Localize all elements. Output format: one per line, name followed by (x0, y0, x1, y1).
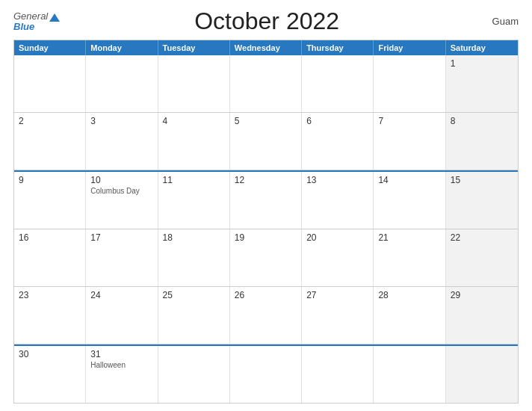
calendar-cell-r2c2: 11 (158, 172, 230, 229)
calendar-cell-r2c4: 13 (302, 172, 374, 229)
day-number: 3 (90, 116, 152, 126)
calendar-cell-r4c0: 23 (14, 287, 86, 344)
day-number: 18 (163, 232, 225, 243)
calendar-cell-r0c2 (158, 55, 230, 112)
calendar-cell-r3c6: 22 (446, 229, 518, 286)
day-number: 22 (451, 232, 513, 243)
day-number: 23 (19, 290, 81, 300)
day-number: 27 (306, 290, 368, 300)
calendar-cell-r4c4: 27 (302, 287, 374, 344)
header-day-tuesday: Tuesday (158, 40, 230, 55)
day-number: 5 (235, 116, 297, 126)
calendar-cell-r4c5: 28 (374, 287, 445, 344)
day-number: 19 (235, 232, 297, 243)
day-number: 7 (378, 116, 440, 126)
region-label: Guam (474, 16, 519, 27)
day-number: 20 (306, 232, 368, 243)
calendar-cell-r1c4: 6 (302, 113, 374, 170)
calendar-cell-r3c2: 18 (158, 229, 230, 286)
day-number: 24 (90, 290, 152, 300)
calendar-title: October 2022 (60, 7, 474, 35)
calendar-cell-r0c5 (374, 55, 445, 112)
calendar-cell-r2c3: 12 (230, 172, 302, 229)
day-number: 11 (163, 175, 225, 185)
logo: General Blue (13, 11, 60, 31)
calendar-cell-r0c6: 1 (446, 55, 518, 112)
calendar-cell-r2c5: 14 (374, 172, 445, 229)
calendar-row-2: 910Columbus Day1112131415 (14, 170, 518, 229)
calendar-header-row: SundayMondayTuesdayWednesdayThursdayFrid… (14, 40, 518, 55)
calendar-cell-r0c0 (14, 55, 86, 112)
calendar-cell-r5c5 (374, 346, 445, 403)
logo-general-text: General (13, 11, 60, 21)
calendar-cell-r4c6: 29 (446, 287, 518, 344)
calendar-page: General Blue October 2022 Guam SundayMon… (0, 0, 532, 411)
calendar-row-0: 1 (14, 55, 518, 113)
calendar-row-4: 23242526272829 (14, 287, 518, 344)
calendar-cell-r3c4: 20 (302, 229, 374, 286)
event-label: Halloween (90, 361, 152, 369)
calendar-cell-r5c3 (230, 346, 302, 403)
calendar-cell-r4c2: 25 (158, 287, 230, 344)
event-label: Columbus Day (90, 187, 152, 195)
day-number: 6 (306, 116, 368, 126)
calendar-cell-r2c1: 10Columbus Day (86, 172, 158, 229)
day-number: 31 (90, 349, 152, 359)
day-number: 15 (451, 175, 513, 185)
day-number: 12 (235, 175, 297, 185)
calendar-cell-r4c1: 24 (86, 287, 158, 344)
day-number: 30 (19, 349, 81, 359)
page-header: General Blue October 2022 Guam (13, 7, 519, 35)
header-day-saturday: Saturday (446, 40, 518, 55)
calendar-row-5: 3031Halloween (14, 344, 518, 403)
calendar-cell-r1c3: 5 (230, 113, 302, 170)
header-day-monday: Monday (86, 40, 158, 55)
calendar-cell-r5c4 (302, 346, 374, 403)
calendar-cell-r5c6 (446, 346, 518, 403)
day-number: 1 (451, 58, 513, 69)
calendar-row-3: 16171819202122 (14, 229, 518, 287)
day-number: 21 (378, 232, 440, 243)
calendar-cell-r1c2: 4 (158, 113, 230, 170)
header-day-sunday: Sunday (14, 40, 86, 55)
calendar-cell-r1c5: 7 (374, 113, 445, 170)
calendar-cell-r0c4 (302, 55, 374, 112)
day-number: 16 (19, 232, 81, 243)
calendar-cell-r3c5: 21 (374, 229, 445, 286)
header-day-wednesday: Wednesday (230, 40, 302, 55)
calendar-cell-r3c1: 17 (86, 229, 158, 286)
header-day-thursday: Thursday (302, 40, 374, 55)
calendar-cell-r1c6: 8 (446, 113, 518, 170)
day-number: 4 (163, 116, 225, 126)
calendar-cell-r0c3 (230, 55, 302, 112)
day-number: 28 (378, 290, 440, 300)
calendar-cell-r3c3: 19 (230, 229, 302, 286)
calendar-cell-r5c1: 31Halloween (86, 346, 158, 403)
day-number: 29 (451, 290, 513, 300)
day-number: 13 (306, 175, 368, 185)
day-number: 14 (378, 175, 440, 185)
calendar-cell-r2c0: 9 (14, 172, 86, 229)
header-day-friday: Friday (374, 40, 445, 55)
calendar-cell-r1c1: 3 (86, 113, 158, 170)
calendar-cell-r5c2 (158, 346, 230, 403)
calendar-cell-r3c0: 16 (14, 229, 86, 286)
calendar-cell-r1c0: 2 (14, 113, 86, 170)
day-number: 25 (163, 290, 225, 300)
calendar-grid: SundayMondayTuesdayWednesdayThursdayFrid… (13, 40, 519, 404)
logo-triangle-icon (49, 13, 60, 22)
calendar-cell-r2c6: 15 (446, 172, 518, 229)
day-number: 26 (235, 290, 297, 300)
calendar-cell-r5c0: 30 (14, 346, 86, 403)
calendar-body: 12345678910Columbus Day11121314151617181… (14, 55, 518, 403)
day-number: 10 (90, 175, 152, 185)
day-number: 17 (90, 232, 152, 243)
calendar-cell-r0c1 (86, 55, 158, 112)
calendar-cell-r4c3: 26 (230, 287, 302, 344)
day-number: 9 (19, 175, 81, 185)
day-number: 2 (19, 116, 81, 126)
logo-blue-text: Blue (13, 22, 60, 31)
calendar-row-1: 2345678 (14, 113, 518, 170)
day-number: 8 (451, 116, 513, 126)
